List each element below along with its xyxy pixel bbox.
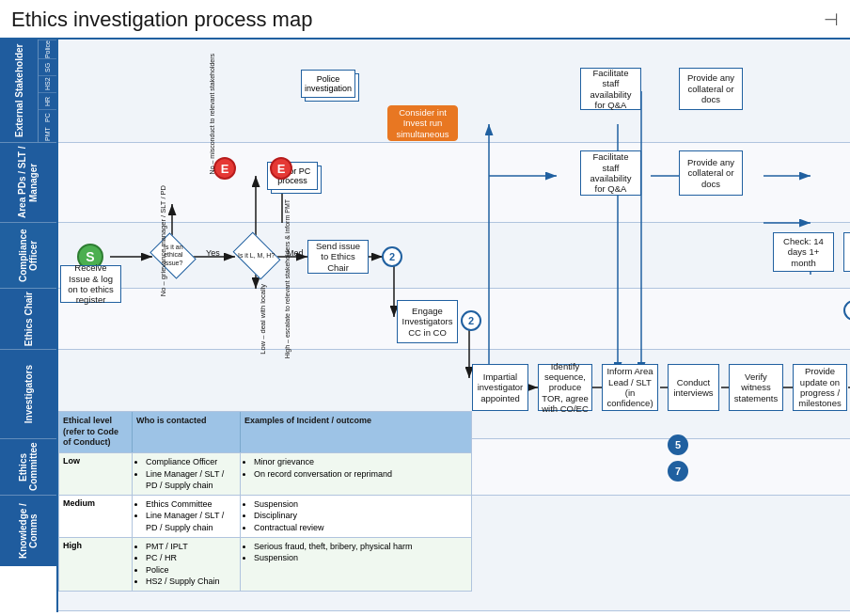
sidebar-sub-sg: SG bbox=[39, 58, 56, 75]
table-cell-outcomes-high: Serious fraud, theft, bribery, physical … bbox=[241, 538, 471, 591]
provide-update-box: Provide update on progress / milestones bbox=[793, 364, 847, 411]
sidebar-sub-external: Police SG HS2 HR PC PMT bbox=[38, 39, 56, 142]
sidebar-sub-pc: PC bbox=[39, 109, 56, 126]
sidebar-label-compliance: Compliance Officer bbox=[16, 223, 40, 288]
conduct-interviews-box: Conduct interviews bbox=[668, 364, 719, 411]
table-row-medium: Medium Ethics Committee Line Manager / S… bbox=[59, 495, 471, 537]
table-cell-outcomes-medium: Suspension Disciplinary Contractual revi… bbox=[241, 496, 471, 537]
sidebar-knowledge-comms: Knowledge / Comms bbox=[0, 496, 56, 566]
sidebar-sub-hs2: HS2 bbox=[39, 75, 56, 92]
table-row-high: High PMT / IPLT PC / HR Police HS2 / Sup… bbox=[59, 537, 471, 591]
circle-2-send: 2 bbox=[382, 246, 402, 267]
check-14-days-text: Check: 14 days 1+ month bbox=[777, 236, 830, 268]
table-header-outcomes: Examples of Incident / outcome bbox=[241, 412, 471, 452]
collapse-icon[interactable]: ⊣ bbox=[824, 9, 839, 30]
facilitate-staff-1-box: Facilitate staff availability for Q&A bbox=[580, 68, 641, 110]
circle-2-engage: 2 bbox=[461, 310, 481, 331]
inform-area-lead-box: Inform Area Lead / SLT (in confidence) bbox=[602, 364, 658, 411]
sidebar-investigators: Investigators bbox=[0, 350, 56, 439]
provide-collateral-1-box: Provide any collateral or docs bbox=[679, 68, 743, 110]
table-cell-contacts-medium: Ethics Committee Line Manager / SLT / PD… bbox=[133, 496, 241, 537]
verify-witness-text: Verify witness statements bbox=[732, 371, 779, 403]
table-cell-level-high: High bbox=[59, 538, 133, 591]
sidebar-label-ethics-chair: Ethics Chair bbox=[22, 290, 36, 348]
inform-area-lead-text: Inform Area Lead / SLT (in confidence) bbox=[606, 366, 654, 409]
annotation-no-grievance: No – grievance manager / SLT / PD bbox=[159, 185, 185, 296]
engage-investigators-box: Engage Investigators CC in CO bbox=[397, 300, 458, 343]
provide-update-text: Provide update on progress / milestones bbox=[796, 366, 843, 409]
table-header-level: Ethical level(refer to Code of Conduct) bbox=[59, 412, 133, 452]
sidebar-external-stakeholder: External Stakeholder Police SG HS2 HR PC… bbox=[0, 39, 56, 143]
circle-7: 7 bbox=[668, 461, 688, 482]
sidebar: External Stakeholder Police SG HS2 HR PC… bbox=[0, 39, 58, 612]
sidebar-label-investigators: Investigators bbox=[22, 363, 36, 425]
impartial-box: Impartial investigator appointed bbox=[472, 364, 528, 411]
sidebar-sub-pmt: PMT bbox=[39, 126, 56, 142]
circle-5: 5 bbox=[668, 434, 688, 455]
consider-int-box: Consider int Invest run simultaneous bbox=[387, 105, 458, 141]
page-container: Ethics investigation process map ⊣ Exter… bbox=[0, 0, 850, 616]
facilitate-staff-2-box: Facilitate staff availability for Q&A bbox=[580, 150, 641, 196]
receive-issue-text: Receive Issue & log on to ethics registe… bbox=[64, 262, 118, 306]
provide-collateral-2-text: Provide any collateral or docs bbox=[683, 157, 739, 189]
identify-seq-text: Identify sequence, produce TOR, agree wi… bbox=[542, 361, 589, 415]
yes-label: Yes bbox=[206, 248, 220, 258]
engage-investigators-text: Engage Investigators CC in CO bbox=[401, 306, 454, 338]
sidebar-sub-police: Police bbox=[39, 39, 56, 58]
table-cell-level-medium: Medium bbox=[59, 496, 133, 537]
sidebar-label-ethics-committee: Ethics Committee bbox=[16, 439, 40, 495]
send-text: Send issue to Ethics Chair bbox=[311, 241, 365, 273]
conduct-interviews-text: Conduct interviews bbox=[671, 377, 716, 399]
page-title: Ethics investigation process map bbox=[11, 8, 312, 32]
table-header-row: Ethical level(refer to Code of Conduct) … bbox=[59, 412, 471, 452]
provide-collateral-1-text: Provide any collateral or docs bbox=[683, 72, 739, 104]
facilitate-staff-1-text: Facilitate staff availability for Q&A bbox=[584, 68, 638, 111]
diamond2-text: Is it L, M, H? bbox=[238, 252, 275, 260]
sidebar-ethics-chair: Ethics Chair bbox=[0, 289, 56, 350]
identify-seq-box: Identify sequence, produce TOR, agree wi… bbox=[538, 364, 592, 411]
impartial-text: Impartial investigator appointed bbox=[476, 371, 525, 403]
table-header-contacts: Who is contacted bbox=[133, 412, 241, 452]
police-invest-text: Police investigation bbox=[301, 70, 355, 98]
sidebar-label-knowledge-comms: Knowledge / Comms bbox=[16, 496, 40, 566]
provide-collateral-2-box: Provide any collateral or docs bbox=[679, 150, 743, 196]
send-to-ethics-chair-box: Send issue to Ethics Chair bbox=[307, 240, 369, 274]
header: Ethics investigation process map ⊣ bbox=[0, 0, 850, 39]
add-to-agenda-box: Add to agenda, circulate, advise bbox=[843, 232, 850, 272]
table-row-low: Low Compliance Officer Line Manager / SL… bbox=[59, 452, 471, 495]
check-14-days-box: Check: 14 days 1+ month bbox=[773, 232, 834, 272]
table-cell-contacts-high: PMT / IPLT PC / HR Police HS2 / Supply C… bbox=[133, 538, 241, 591]
sidebar-label-area-pds: Area PDs / SLT / Manager bbox=[15, 143, 41, 222]
annotation-low: Low – deal with locally bbox=[259, 284, 277, 355]
facilitate-staff-2-text: Facilitate staff availability for Q&A bbox=[584, 151, 638, 195]
annotation-high: High – escalate to relevant stakeholders… bbox=[284, 199, 303, 358]
content-area: S Receive Issue & log on to ethics regis… bbox=[58, 39, 850, 612]
error-circle-2: E bbox=[270, 157, 292, 180]
consider-int-text: Consider int Invest run simultaneous bbox=[391, 107, 454, 139]
sidebar-area-pds: Area PDs / SLT / Manager bbox=[0, 143, 56, 223]
annotation-no-misconduct: No – misconduct to relevant stakeholders bbox=[209, 54, 228, 174]
sidebar-label-external: External Stakeholder bbox=[0, 39, 38, 142]
main-layout: External Stakeholder Police SG HS2 HR PC… bbox=[0, 39, 850, 612]
sidebar-ethics-committee: Ethics Committee bbox=[0, 439, 56, 496]
receive-issue-box: Receive Issue & log on to ethics registe… bbox=[60, 265, 121, 303]
sidebar-sub-hr: HR bbox=[39, 92, 56, 109]
police-invest-stack: Police investigation bbox=[301, 70, 357, 100]
ethical-level-table: Ethical level(refer to Code of Conduct) … bbox=[58, 411, 472, 592]
table-cell-contacts-low: Compliance Officer Line Manager / SLT / … bbox=[133, 453, 241, 495]
sidebar-compliance: Compliance Officer bbox=[0, 223, 56, 289]
table-cell-outcomes-low: Minor grievance On record conversation o… bbox=[241, 453, 471, 495]
table-cell-level-low: Low bbox=[59, 453, 133, 495]
verify-witness-box: Verify witness statements bbox=[729, 364, 783, 411]
